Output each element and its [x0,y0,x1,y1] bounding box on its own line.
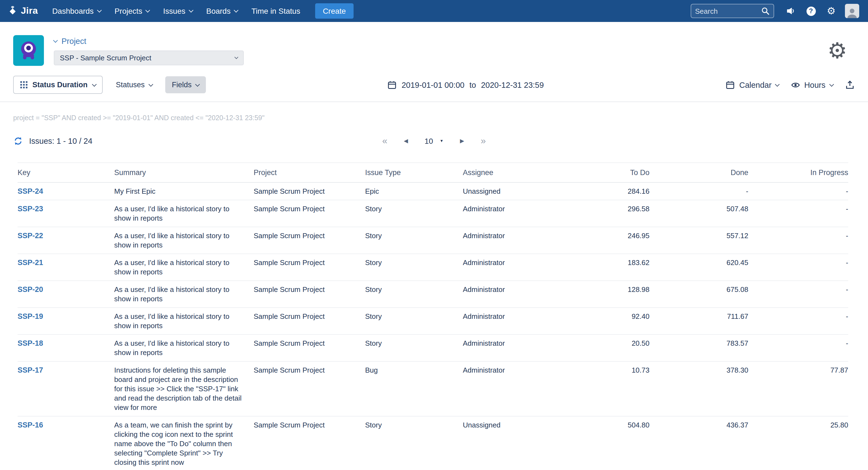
app-root: Jira Dashboards Projects Issues Boards T… [0,0,868,470]
nav-item-time-in-status[interactable]: Time in Status [251,7,300,15]
issue-key-link[interactable]: SSP-16 [18,421,43,429]
issue-key-link[interactable]: SSP-19 [18,312,43,321]
column-header-issue-type[interactable]: Issue Type [365,163,463,182]
chevron-down-icon [97,8,101,12]
issue-project: Sample Scrum Project [254,182,365,200]
issue-todo-value: 284.16 [562,182,650,200]
table-row: SSP-23 As a user, I'd like a historical … [18,200,848,227]
project-select[interactable]: SSP - Sample Scrum Project [54,51,244,65]
date-to: 2020-12-31 23:59 [481,80,544,89]
issue-key-link[interactable]: SSP-23 [18,205,43,213]
issue-type: Story [365,200,463,227]
chevron-down-icon [775,82,780,86]
issue-key-link[interactable]: SSP-21 [18,259,43,267]
help-icon[interactable]: ? [804,4,817,18]
column-header-project[interactable]: Project [254,163,365,182]
issues-table-body: SSP-24 My First Epic Sample Scrum Projec… [18,182,848,470]
issue-assignee: Unassigned [463,416,562,470]
search-box [691,4,774,18]
refresh-icon[interactable] [13,136,23,146]
issue-done-value: 675.08 [650,281,748,308]
issue-type: Epic [365,182,463,200]
issue-done-value: 507.48 [650,200,748,227]
calendar-dropdown[interactable]: Calendar [726,80,779,89]
date-separator: to [469,80,476,89]
issue-type: Story [365,416,463,470]
nav-item-boards[interactable]: Boards [206,7,238,15]
create-button[interactable]: Create [315,3,353,19]
nav-item-dashboards[interactable]: Dashboards [52,7,101,15]
statuses-button[interactable]: Statuses [110,76,158,94]
issue-in-progress-value: - [748,334,848,361]
jql-query-text: project = "SSP" AND created >= "2019-01-… [0,102,868,122]
column-header-todo[interactable]: To Do [562,163,650,182]
column-header-done[interactable]: Done [650,163,748,182]
user-avatar[interactable] [845,4,859,18]
export-icon[interactable] [845,80,855,90]
first-page-button[interactable]: « [382,136,388,145]
chevron-down-icon [829,82,834,86]
issue-project: Sample Scrum Project [254,200,365,227]
chevron-down-icon [149,82,153,86]
issue-todo-value: 183.62 [562,254,650,281]
issue-summary: As a team, we can finish the sprint by c… [114,416,254,470]
search-icon[interactable] [761,7,770,15]
project-label: Project [61,37,86,45]
issue-key-link[interactable]: SSP-20 [18,286,43,294]
app-settings-gear-icon[interactable]: ⚙ [827,39,848,62]
issue-project: Sample Scrum Project [254,334,365,361]
nav-item-label: Projects [115,7,142,15]
calendar-icon [388,80,397,89]
column-header-key[interactable]: Key [18,163,114,182]
hours-dropdown[interactable]: Hours [791,80,833,89]
column-header-summary[interactable]: Summary [114,163,254,182]
fields-button[interactable]: Fields [165,76,206,93]
calendar-icon [726,80,735,89]
view-type-label: Status Duration [32,81,88,89]
project-section-toggle[interactable]: Project [54,37,244,45]
search-input[interactable] [695,7,761,15]
issues-table: Key Summary Project Issue Type Assignee … [18,162,848,470]
issue-type: Story [365,334,463,361]
issue-todo-value: 128.98 [562,281,650,308]
issue-assignee: Administrator [463,361,562,416]
issue-type: Story [365,254,463,281]
issues-count: Issues: 1 - 10 / 24 [29,137,93,145]
table-row: SSP-21 As a user, I'd like a historical … [18,254,848,281]
issue-key-link[interactable]: SSP-22 [18,232,43,240]
nav-item-issues[interactable]: Issues [163,7,192,15]
issue-type: Story [365,281,463,308]
issue-type: Story [365,308,463,334]
issue-summary: My First Epic [114,182,254,200]
issue-in-progress-value: - [748,200,848,227]
issue-todo-value: 246.95 [562,227,650,254]
issue-todo-value: 20.50 [562,334,650,361]
issue-done-value: 436.37 [650,416,748,470]
issue-key-link[interactable]: SSP-17 [18,366,43,374]
issue-key-link[interactable]: SSP-24 [18,187,43,195]
column-header-in-progress[interactable]: In Progress [748,163,848,182]
eye-icon [791,80,800,89]
settings-gear-icon[interactable]: ⚙ [825,4,838,18]
issue-in-progress-value: - [748,281,848,308]
last-page-button[interactable]: » [480,136,486,145]
project-header: Project SSP - Sample Scrum Project ⚙ [0,22,868,75]
issue-project: Sample Scrum Project [254,281,365,308]
previous-page-button[interactable]: ◀ [404,138,408,143]
issue-key-link[interactable]: SSP-18 [18,339,43,347]
nav-item-label: Dashboards [52,7,94,15]
issue-in-progress-value: - [748,308,848,334]
jira-logo[interactable]: Jira [8,5,38,16]
column-header-assignee[interactable]: Assignee [463,163,562,182]
issues-table-container: Key Summary Project Issue Type Assignee … [0,159,868,470]
view-type-button[interactable]: Status Duration [13,76,103,94]
date-range[interactable]: 2019-01-01 00:00 to 2020-12-31 23:59 [206,80,726,89]
issue-in-progress-value: - [748,182,848,200]
issue-done-value: - [650,182,748,200]
next-page-button[interactable]: ▶ [460,138,464,143]
top-nav: Jira Dashboards Projects Issues Boards T… [0,0,868,22]
chevron-down-icon [189,8,193,12]
announcement-megaphone-icon[interactable] [784,4,797,18]
page-size-select[interactable]: 10 ▼ [424,136,443,145]
nav-item-projects[interactable]: Projects [115,7,149,15]
